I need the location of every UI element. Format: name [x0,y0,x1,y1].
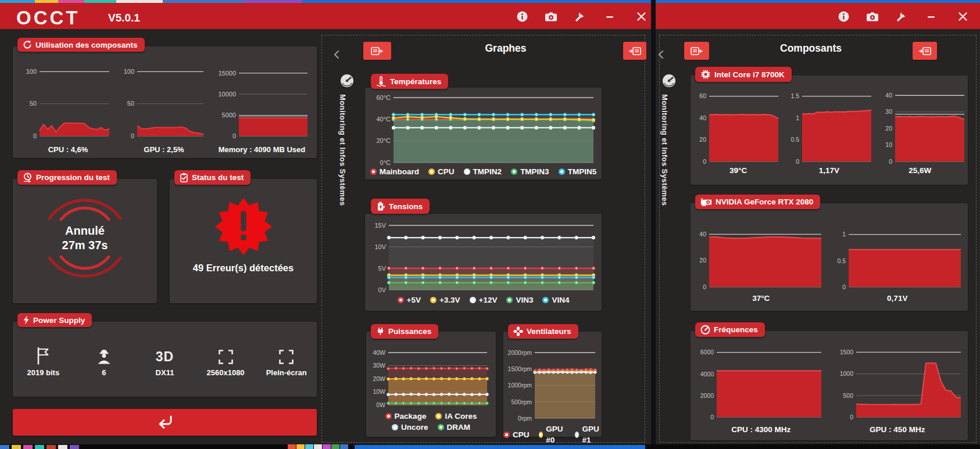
cpu-freq-value: CPU : 4300 MHz [693,425,829,434]
power-item-resolution: 2560x1080 [195,344,256,377]
monitoring-sidebar-label[interactable]: Monitoring et Infos Systèmes [660,94,669,206]
resolution-icon [218,349,234,365]
progress-arc-top [41,195,128,221]
close-icon[interactable] [956,10,969,23]
wallpaper-speck [340,444,348,449]
close-icon[interactable] [635,10,648,23]
legend-dot-icon [464,168,470,175]
svg-text:0: 0 [232,132,235,139]
ventilateurs-chart: 2000rpm1500rpm1000rpm500rpm0rpm [505,347,599,423]
legend-dot-icon [470,297,476,303]
svg-text:0: 0 [796,158,799,165]
svg-text:1: 1 [842,231,846,238]
graphs-dock-right-button[interactable] [623,42,646,60]
legend-item: CPU [428,166,455,177]
usage-card: Utilisation des composants 100500 CPU : … [13,46,317,158]
tensions-chart: 15V10V5V0V [367,219,599,294]
svg-text:100: 100 [26,68,37,75]
status-clipboard-icon [180,173,188,182]
svg-text:40°C: 40°C [376,116,391,123]
engineer-icon [95,347,113,365]
legend-item: Mainboard [370,166,419,177]
svg-text:1000: 1000 [840,370,854,377]
legend-dot-icon [438,424,444,430]
legend-item: IA Cores [435,411,477,422]
camera-icon[interactable] [545,10,557,23]
svg-text:50: 50 [127,100,134,107]
fan-icon [513,326,523,336]
error-icon [213,196,274,257]
graphs-dock-left-button[interactable] [363,42,391,60]
gpu-freq-value: GPU : 450 MHz [829,425,966,434]
cpu-freq-chart: 6000400020000 [693,343,826,422]
temperatures-header: Températures [371,74,448,89]
puissances-card: Puissances 40W30W20W10W0W PackageIA Core… [366,332,496,437]
wrench-icon[interactable] [574,10,586,23]
puissances-header: Puissances [371,324,438,339]
legend-item: +5V [398,294,421,306]
svg-text:10W: 10W [373,388,385,395]
cpu-usage-label: CPU : 4,6% [48,145,88,154]
svg-text:10000: 10000 [218,91,236,98]
svg-text:4000: 4000 [700,371,714,378]
svg-text:2000rpm: 2000rpm [508,349,532,356]
usage-refresh-icon [23,40,32,49]
cpu-volt-chart: 1.510.50 [786,88,875,166]
info-icon[interactable] [837,10,850,23]
legend-item: DRAM [438,422,471,433]
gauge-icon [339,73,355,91]
components-dock-right-button[interactable] [913,42,937,60]
camera-icon[interactable] [866,10,879,23]
cpu-volt-value: 1,17V [784,166,874,175]
svg-text:5V: 5V [378,265,387,272]
test-elapsed-time: 27m 37s [62,239,108,252]
gpu-volt-chart: 10.50 [833,225,965,292]
wallpaper-speck [331,444,339,449]
power-item-label: DX11 [156,368,174,377]
return-icon [155,414,176,431]
collapse-chevron[interactable] [658,50,664,62]
svg-text:0: 0 [842,283,846,290]
legend-item: TMPIN5 [559,166,597,177]
svg-text:1500: 1500 [840,349,854,355]
temperatures-title: Températures [390,77,441,86]
thermometer-icon [376,76,387,87]
svg-text:30W: 30W [373,362,385,369]
power-item-label: 2019 bits [27,368,59,377]
collapse-chevron[interactable] [334,50,339,62]
legend-dot-icon [385,413,392,419]
gpu-component-card: NVIDIA GeForce RTX 2080 40200 10.50 37°C… [691,203,968,311]
wallpaper-speck [288,444,296,449]
tensions-header: Tensions [371,199,430,214]
info-icon[interactable] [516,10,528,23]
wrench-icon[interactable] [895,10,908,23]
wallpaper-speck [305,444,313,449]
run-test-button[interactable] [13,409,317,436]
svg-text:1.5: 1.5 [791,92,799,99]
cpu-usage-chart: 100500 [22,62,114,143]
svg-text:50: 50 [30,100,37,107]
svg-text:5000: 5000 [221,112,235,118]
power-item-cores: 6 [74,344,135,377]
minimize-icon[interactable] [925,10,938,23]
svg-text:1000rpm: 1000rpm [508,382,532,389]
svg-text:10: 10 [885,141,892,148]
svg-text:30: 30 [885,108,892,115]
components-panel-title: Composants [686,42,936,55]
status-card-title: Status du test [192,173,244,182]
power-supply-card: Power Supply 2019 bits 6 3D DX11 2560x10… [13,322,317,397]
legend-item: CPU [503,429,530,440]
svg-text:15000: 15000 [218,70,236,77]
legend-item: GPU #1 [575,423,602,446]
3d-icon: 3D [156,349,174,365]
monitoring-sidebar-label[interactable]: Monitoring et Infos Systèmes [338,94,347,206]
legend-dot-icon [435,413,442,419]
svg-text:0: 0 [33,132,37,139]
legend-dot-icon [398,297,404,303]
svg-text:20°C: 20°C [376,137,391,144]
screen: OCCT V5.0.1 Monitoring et Infos Sy [0,0,980,449]
wallpaper-speck [12,445,21,449]
wallpaper-speck [296,444,305,449]
legend-item: GPU #0 [539,423,566,446]
minimize-icon[interactable] [603,10,616,23]
